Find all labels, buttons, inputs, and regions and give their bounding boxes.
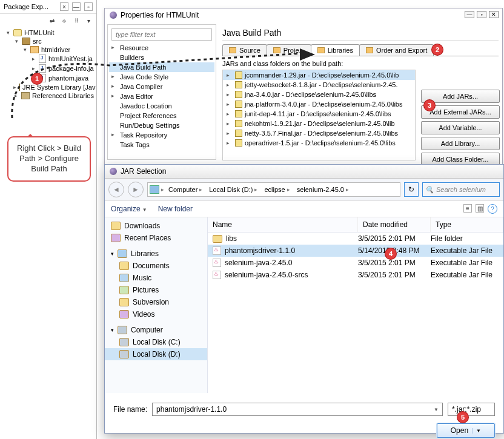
order-tab-icon xyxy=(366,47,373,53)
computer-icon xyxy=(150,185,159,194)
file-row[interactable]: phantomjsdriver-1.1.05/14/2015 3:48 PMEx… xyxy=(208,245,503,257)
sidebar-item[interactable]: Subversion xyxy=(105,296,207,308)
category-item[interactable]: ▸Java Code Style xyxy=(109,72,214,82)
sidebar-item[interactable]: Local Disk (D:) xyxy=(105,348,207,360)
back-button[interactable]: ◄ xyxy=(108,182,124,197)
build-path-button[interactable]: Add Library... xyxy=(421,137,500,150)
view-list-icon[interactable]: ▥ xyxy=(476,204,484,213)
sidebar-item[interactable]: Local Disk (C:) xyxy=(105,336,207,348)
jar-icon xyxy=(235,139,242,147)
minimize-icon[interactable]: — xyxy=(72,2,81,11)
sidebar-item[interactable]: Documents xyxy=(105,260,207,272)
tree-jre[interactable]: ▸JRE System Library [Jav xyxy=(13,83,94,91)
filter-icon[interactable]: ⠿ xyxy=(72,16,81,25)
sidebar-libraries-header[interactable]: ▾Libraries xyxy=(105,248,207,260)
sidebar-item[interactable]: Recent Places xyxy=(105,232,207,244)
category-item[interactable]: Run/Debug Settings xyxy=(109,120,214,130)
tree-java-file[interactable]: ▸package-info.ja xyxy=(30,64,94,73)
file-row[interactable]: libs3/5/2015 2:01 PMFile folder xyxy=(208,233,503,245)
tab-projects[interactable]: Proje... xyxy=(267,44,311,56)
category-item[interactable]: ▸Task Repository xyxy=(109,130,214,140)
category-item[interactable]: Builders xyxy=(109,53,214,62)
crumb-segment[interactable]: selenium-2.45.0▸ xyxy=(294,186,351,193)
jar-list-label: JARs and class folders on the build path… xyxy=(222,60,499,67)
file-name-input[interactable]: phantomjsdriver-1.1.0▼ xyxy=(152,403,443,416)
column-name[interactable]: Name xyxy=(208,217,358,232)
file-row[interactable]: selenium-java-2.45.0-srcs3/5/2015 2:01 P… xyxy=(208,269,503,281)
sidebar-item[interactable]: Pictures xyxy=(105,284,207,296)
tab-label: Libraries xyxy=(328,47,353,54)
crumb-segment[interactable]: Local Disk (D:)▸ xyxy=(207,186,260,193)
maximize-button[interactable]: ▫ xyxy=(477,11,486,18)
tree-package[interactable]: ▾htmldriver xyxy=(22,45,94,54)
jar-entry[interactable]: ▸junit-dep-4.11.jar - D:\eclipse\seleniu… xyxy=(223,109,415,119)
category-item[interactable]: Task Tags xyxy=(109,140,214,150)
maximize-icon[interactable]: ▫ xyxy=(84,2,93,11)
file-name-label: File name: xyxy=(113,405,147,414)
link-icon[interactable]: ⎆ xyxy=(60,16,68,25)
category-item[interactable]: Javadoc Location xyxy=(109,101,214,111)
tab-source[interactable]: Source xyxy=(222,44,267,56)
tree-src[interactable]: ▾src xyxy=(13,37,94,45)
jar-entry[interactable]: ▸operadriver-1.5.jar - D:\eclipse\seleni… xyxy=(223,138,415,148)
column-date[interactable]: Date modified xyxy=(358,217,431,232)
tree-jre-label: JRE System Library [Jav xyxy=(22,84,95,91)
open-button[interactable]: Open▼ xyxy=(437,423,495,438)
close-button[interactable]: ✕ xyxy=(489,11,499,18)
jar-entry[interactable]: ▸jna-3.4.0.jar - D:\eclipse\selenium-2.4… xyxy=(223,90,415,99)
jar-entry[interactable]: ▸nekohtml-1.9.21.jar - D:\eclipse\seleni… xyxy=(223,119,415,128)
column-type[interactable]: Type xyxy=(431,217,503,232)
category-item[interactable]: Project References xyxy=(109,111,214,120)
menu-icon[interactable]: ▾ xyxy=(84,16,93,25)
eclipse-icon xyxy=(110,168,117,175)
jar-entry[interactable]: ▸jetty-websocket-8.1.8.jar - D:\eclipse\… xyxy=(223,80,415,90)
collapse-icon[interactable]: ⇄ xyxy=(48,16,56,25)
tree-java-file[interactable]: ▸htmlUnitYest.ja xyxy=(30,54,94,64)
search-icon: 🔍 xyxy=(425,186,434,194)
breadcrumb[interactable]: ▸ Computer▸ Local Disk (D:)▸ eclipse▸ se… xyxy=(147,182,400,197)
properties-category-panel: ▸ResourceBuildersJava Build Path▸Java Co… xyxy=(107,24,216,160)
build-path-button[interactable]: Add Variable... xyxy=(421,121,500,134)
sidebar-item[interactable]: Videos xyxy=(105,308,207,320)
minimize-button[interactable]: — xyxy=(465,11,474,18)
sidebar-item[interactable]: Music xyxy=(105,272,207,284)
callout-instruction: Right Click > Build Path > Configure Bui… xyxy=(7,136,91,182)
search-input[interactable]: 🔍Search selenium xyxy=(422,182,500,197)
close-icon[interactable]: × xyxy=(60,2,68,11)
sidebar-item[interactable]: Downloads xyxy=(105,220,207,232)
forward-button[interactable]: ► xyxy=(128,182,144,197)
view-mode-icon[interactable]: ≡ xyxy=(463,204,472,213)
jar-entry[interactable]: ▸jna-platform-3.4.0.jar - D:\eclipse\sel… xyxy=(223,99,415,109)
sidebar-computer-header[interactable]: ▾Computer xyxy=(105,324,207,336)
tree-project[interactable]: ▾HTMLUnit xyxy=(5,28,94,37)
jar-icon xyxy=(235,110,242,117)
jar-selection-title-bar: JAR Selection xyxy=(105,165,503,179)
tree-src-label: src xyxy=(33,38,42,45)
crumb-segment[interactable]: Computer▸ xyxy=(166,186,205,193)
disk-icon xyxy=(119,338,129,346)
tree-referenced-libs[interactable]: ▸Referenced Libraries xyxy=(13,91,94,100)
videos-icon xyxy=(119,310,129,319)
file-row[interactable]: selenium-java-2.45.03/5/2015 2:01 PMExec… xyxy=(208,257,503,269)
organize-menu[interactable]: Organize▼ xyxy=(111,205,147,213)
tab-order-export[interactable]: Order and Export xyxy=(359,44,434,56)
new-folder-button[interactable]: New folder xyxy=(158,205,193,213)
package-icon xyxy=(30,46,39,53)
category-item[interactable]: ▸Java Compiler xyxy=(109,82,214,91)
file-type-filter[interactable]: *.jar;*.zip xyxy=(448,403,495,416)
jar-entry[interactable]: ▸jcommander-1.29.jar - D:\eclipse\seleni… xyxy=(223,70,415,80)
jar-list[interactable]: ▸jcommander-1.29.jar - D:\eclipse\seleni… xyxy=(222,70,416,160)
jar-entry[interactable]: ▸netty-3.5.7.Final.jar - D:\eclipse\sele… xyxy=(223,128,415,138)
music-icon xyxy=(119,274,129,282)
category-item[interactable]: ▸Resource xyxy=(109,43,214,53)
filter-input[interactable] xyxy=(111,28,212,41)
help-icon[interactable]: ? xyxy=(488,204,497,214)
refresh-button[interactable]: ↻ xyxy=(404,182,419,197)
jar-icon xyxy=(235,71,242,79)
libraries-tab-icon xyxy=(317,47,325,53)
category-item[interactable]: Java Build Path xyxy=(109,62,214,72)
category-item[interactable]: ▸Java Editor xyxy=(109,91,214,101)
crumb-segment[interactable]: eclipse▸ xyxy=(262,186,292,193)
tab-libraries[interactable]: Libraries xyxy=(311,44,360,56)
java-file-icon xyxy=(39,54,46,63)
